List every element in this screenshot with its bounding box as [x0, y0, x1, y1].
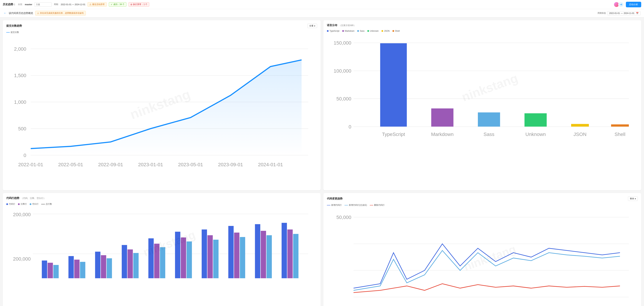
svg-text:150,000: 150,000: [334, 40, 351, 46]
svg-text:Sass: Sass: [484, 132, 494, 137]
code-change-legend: 新增代码行 新增代码行(过滤后) 删除代码行: [327, 204, 638, 207]
svg-text:TypeScript: TypeScript: [382, 132, 405, 137]
svg-text:2022-01-01: 2022-01-01: [18, 162, 43, 167]
svg-text:2022-05-01: 2022-05-01: [58, 162, 83, 167]
notice-icon: ⚠: [37, 12, 39, 14]
legend-typescript: TypeScript: [327, 30, 340, 32]
check-icon: ✓: [111, 3, 112, 6]
svg-rect-61: [240, 237, 245, 278]
commit-chart-container: 2,000 1,500 1,000 500 0 2022-01-01: [6, 35, 317, 187]
warning-icon: ⚠: [90, 3, 92, 6]
svg-rect-41: [68, 256, 74, 278]
svg-text:0: 0: [349, 124, 352, 130]
branch-label: 分支:: [18, 3, 23, 6]
svg-text:2023-05-01: 2023-05-01: [178, 162, 203, 167]
svg-text:2022-09-01: 2022-09-01: [98, 162, 123, 167]
language-bar-chart: 150,000 100,000 50,000 0 TypeScript: [327, 34, 638, 185]
svg-rect-47: [122, 245, 127, 278]
svg-rect-40: [53, 265, 59, 278]
svg-text:Markdown: Markdown: [431, 132, 454, 137]
language-chart-card: 语言分布 （仅展示前6种） TypeScript Markdown Sass U…: [324, 20, 641, 190]
svg-text:JSON: JSON: [574, 132, 587, 137]
code-change-chart-card: 代码变更趋势 整体 ▾ 新增代码行 新增代码行(过滤后) 删除代码行: [324, 193, 641, 306]
svg-rect-49: [133, 253, 138, 278]
svg-text:50,000: 50,000: [336, 96, 351, 102]
legend-new-code-filtered: 新增代码行(过滤后): [344, 204, 367, 207]
svg-rect-42: [74, 260, 80, 278]
date-filter-area: 周期筛选 2022-01-01 — 2024-11-01 📅: [598, 11, 640, 15]
code-lines-legend: 代码行 注释行 空白行 总行数: [6, 203, 317, 206]
legend-sass: Sass: [357, 30, 364, 32]
svg-text:100,000: 100,000: [334, 68, 351, 74]
calendar-icon: 📅: [636, 12, 638, 14]
svg-text:200,000: 200,000: [13, 256, 31, 262]
bar-typescript: [380, 43, 407, 127]
svg-rect-48: [128, 249, 133, 278]
date-range-picker[interactable]: 2022-01-01 — 2024-11-01 📅: [607, 11, 640, 15]
bar-markdown: [431, 108, 454, 127]
language-chart-title: 语言分布 （仅展示前6种）: [327, 24, 638, 27]
code-change-line-chart: 50,000 ninkstang: [327, 208, 638, 306]
svg-text:Shell: Shell: [614, 132, 625, 137]
svg-rect-62: [255, 224, 260, 278]
commit-line-chart: 2,000 1,500 1,000 500 0 2022-01-01: [6, 35, 317, 186]
svg-rect-39: [48, 263, 53, 278]
svg-text:200,000: 200,000: [13, 212, 31, 217]
legend-blank-lines: 空白行: [30, 203, 38, 206]
legend-total-lines: 总行数: [41, 203, 52, 206]
top-bar: 历史趋势： 分支: master 周期: 2022-01-01 — 2024-1…: [0, 0, 644, 9]
code-lines-bar-chart: 200,000 200,000: [6, 207, 317, 306]
code-lines-chart-container: 200,000 200,000: [6, 207, 317, 306]
legend-markdown: Markdown: [342, 30, 354, 32]
legend-code-lines: 代码行: [6, 203, 15, 206]
svg-text:500: 500: [18, 126, 26, 132]
svg-rect-65: [282, 223, 287, 278]
branch-value: master: [25, 3, 32, 6]
error-icon: ⊘: [130, 3, 132, 6]
svg-text:50,000: 50,000: [336, 215, 351, 220]
chevron-down-icon: ▾: [314, 25, 315, 27]
badge-success: ✓ 成功：34 个: [109, 2, 126, 7]
top-bar-title: 历史趋势：: [3, 3, 16, 6]
legend-comment-lines: 注释行: [18, 203, 27, 206]
svg-text:ninkstang: ninkstang: [462, 242, 518, 273]
bar-unknown: [524, 113, 546, 127]
svg-text:2024-01-01: 2024-01-01: [258, 162, 283, 167]
legend-json: JSON: [382, 30, 390, 32]
svg-rect-44: [95, 252, 100, 278]
legend-new-code: 新增代码行: [327, 204, 342, 207]
svg-rect-43: [80, 262, 86, 278]
svg-text:0: 0: [24, 153, 26, 158]
avatar-group: +8 启动分析: [614, 2, 641, 7]
start-analysis-button[interactable]: 启动分析: [626, 2, 641, 7]
svg-text:Unknown: Unknown: [526, 132, 546, 137]
code-lines-title: 代码行趋势 （代码、注释、空白行）: [6, 196, 317, 200]
chevron-down-icon: ▾: [635, 198, 636, 200]
back-button[interactable]: ←: [4, 11, 6, 15]
bar-json: [571, 124, 589, 127]
legend-deleted-code: 删除代码行: [370, 204, 384, 207]
filter-label: 周期筛选: [598, 12, 606, 15]
code-change-dropdown[interactable]: 整体 ▾: [628, 196, 638, 201]
svg-rect-66: [287, 229, 293, 278]
svg-rect-46: [107, 258, 112, 278]
commit-dropdown[interactable]: 全量 ▾: [307, 24, 317, 28]
svg-rect-57: [208, 235, 213, 278]
bar-sass: [478, 113, 500, 127]
code-change-title: 代码变更趋势 整体 ▾: [327, 196, 638, 201]
legend-unknown: Unknown: [367, 30, 379, 32]
language-legend: TypeScript Markdown Sass Unknown JSON Sh…: [327, 30, 638, 32]
svg-text:ninkstang: ninkstang: [128, 87, 192, 122]
svg-rect-60: [234, 233, 240, 278]
sub-bar: ← 该代码库历史趋势概览 ⚠ 存在未完成或失败的任务，趋势数据或存在缺失 周期筛…: [0, 9, 644, 17]
commit-chart-title: 提交次数趋势 全量 ▾: [6, 24, 317, 28]
svg-rect-45: [101, 255, 106, 278]
svg-text:ninkstang: ninkstang: [460, 71, 520, 104]
avatar-count: +8: [618, 2, 624, 7]
svg-rect-64: [266, 235, 272, 278]
svg-text:1,500: 1,500: [14, 73, 26, 78]
commit-legend: 提交次数: [6, 31, 317, 34]
plan-input[interactable]: [34, 2, 52, 7]
badge-error: ⊘ 执行异常：1 个: [128, 2, 149, 7]
commit-chart-card: 提交次数趋势 全量 ▾ 提交次数 2,000 1,500: [3, 20, 320, 190]
